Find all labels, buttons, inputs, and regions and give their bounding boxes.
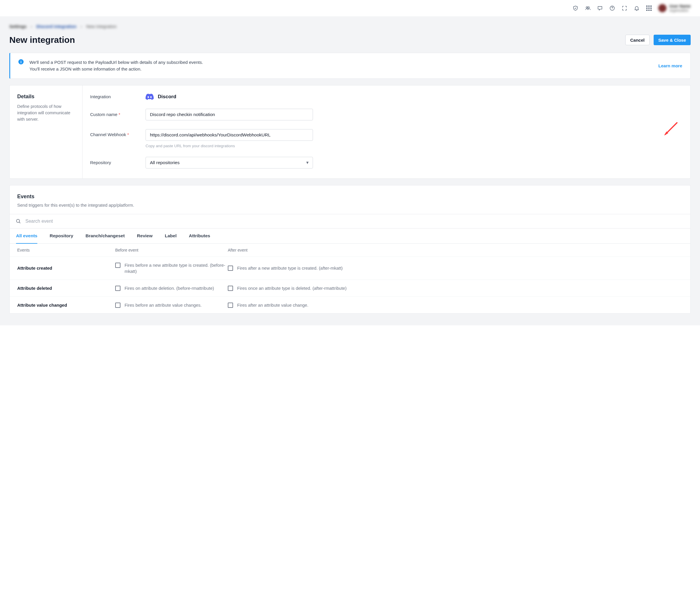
event-row: Attribute created Fires before a new att…: [9, 257, 691, 280]
custom-name-label: Custom name: [90, 112, 117, 117]
save-button[interactable]: Save & Close: [654, 35, 691, 45]
discord-icon: [146, 94, 154, 100]
comment-icon[interactable]: [597, 5, 603, 11]
svg-point-0: [586, 7, 588, 8]
after-checkbox[interactable]: [228, 286, 233, 291]
fullscreen-icon[interactable]: [622, 5, 627, 11]
event-row: Attribute value changed Fires before an …: [9, 297, 691, 313]
search-icon: [16, 218, 21, 224]
after-checkbox[interactable]: [228, 303, 233, 308]
after-checkbox[interactable]: [228, 265, 233, 271]
top-nav: User Name organization: [0, 0, 700, 16]
search-input[interactable]: [25, 218, 684, 224]
caret-down-icon: ▾: [306, 160, 308, 165]
tab-attributes[interactable]: Attributes: [189, 229, 210, 243]
custom-name-input[interactable]: [146, 109, 313, 121]
user-menu[interactable]: User Name organization: [658, 4, 691, 12]
svg-point-6: [16, 219, 20, 223]
webhook-label: Channel Webhook: [90, 132, 126, 137]
bell-icon[interactable]: [634, 5, 640, 11]
details-heading: Details: [17, 94, 75, 100]
svg-marker-5: [664, 131, 668, 135]
events-heading: Events: [17, 193, 683, 200]
details-card: Details Define protocols of how integrat…: [9, 85, 691, 179]
svg-point-1: [588, 7, 589, 8]
integration-label: Integration: [90, 94, 146, 99]
tab-all-events[interactable]: All events: [16, 229, 38, 244]
repo-select[interactable]: All repositories ▾: [146, 157, 313, 168]
shield-icon[interactable]: [573, 5, 578, 11]
page-title: New integration: [9, 35, 75, 45]
webhook-helper: Copy and paste URL from your discord int…: [146, 144, 683, 148]
info-line1: We'll send a POST request to the Payload…: [29, 59, 652, 66]
user-name: User Name: [669, 4, 691, 8]
repo-value: All repositories: [150, 160, 180, 165]
event-row: Attribute deleted Fires on attribute del…: [9, 280, 691, 297]
details-sidebar: Details Define protocols of how integrat…: [9, 85, 82, 178]
cancel-button[interactable]: Cancel: [625, 35, 650, 45]
svg-line-7: [19, 222, 20, 223]
before-checkbox[interactable]: [115, 263, 121, 268]
user-org: organization: [669, 8, 691, 12]
users-icon[interactable]: [585, 5, 591, 11]
events-desc: Send triggers for this event(s) to the i…: [17, 203, 683, 208]
details-desc: Define protocols of how integration will…: [17, 103, 75, 123]
before-checkbox[interactable]: [115, 303, 121, 308]
events-column-headers: Events Before event After event: [9, 244, 691, 257]
learn-more-link[interactable]: Learn more: [658, 63, 682, 68]
info-banner: i We'll send a POST request to the Paylo…: [9, 53, 691, 79]
integration-value: Discord: [158, 94, 176, 100]
breadcrumb: Settings › Discord integration › New int…: [9, 16, 691, 35]
tab-review[interactable]: Review: [137, 229, 153, 243]
help-icon[interactable]: [609, 5, 615, 11]
repo-label: Repository: [90, 160, 146, 165]
events-card: Events Send triggers for this event(s) t…: [9, 185, 691, 314]
tab-repository[interactable]: Repository: [50, 229, 73, 243]
info-icon: i: [18, 59, 24, 64]
svg-line-4: [665, 123, 677, 134]
apps-icon[interactable]: [646, 5, 652, 11]
events-tabs: All events Repository Branch/changeset R…: [9, 229, 691, 244]
tab-branch-changeset[interactable]: Branch/changeset: [85, 229, 125, 243]
tab-label[interactable]: Label: [165, 229, 176, 243]
webhook-input[interactable]: [146, 129, 313, 141]
before-checkbox[interactable]: [115, 286, 121, 291]
avatar: [658, 4, 667, 12]
annotation-arrow-icon: [661, 121, 679, 138]
info-line2: You'll receive a JSON with some informat…: [29, 66, 652, 72]
